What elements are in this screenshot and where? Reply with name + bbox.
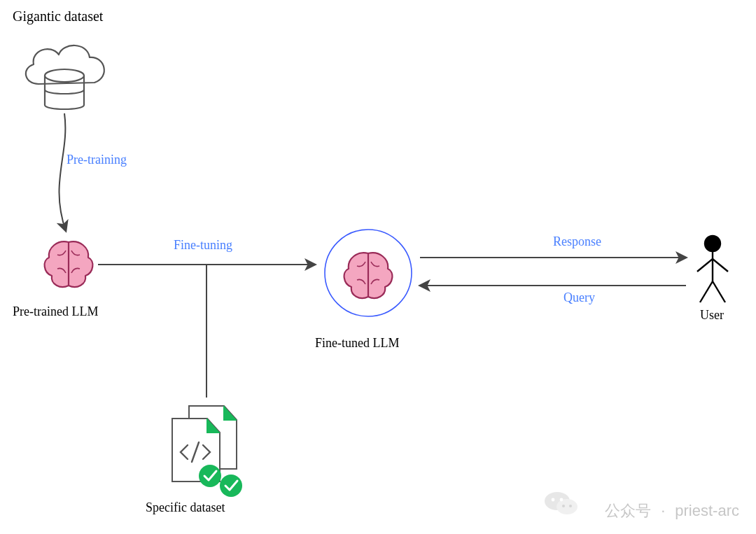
arrow-pretraining	[59, 113, 66, 231]
cloud-database-icon	[26, 45, 104, 109]
diagram-canvas: Gigantic dataset Pre-training Pre-traine…	[0, 0, 756, 534]
svg-line-3	[697, 259, 713, 272]
svg-line-6	[713, 281, 725, 302]
svg-point-1	[705, 236, 720, 251]
watermark: 公众号 · priest-arc	[564, 500, 739, 521]
diagram-svg	[0, 0, 756, 534]
svg-point-13	[560, 498, 564, 502]
svg-point-9	[220, 475, 242, 497]
files-icon-specific-dataset	[172, 406, 242, 497]
brain-icon-pretrained	[45, 241, 93, 287]
watermark-prefix: 公众号	[605, 500, 651, 521]
svg-point-12	[552, 498, 555, 502]
watermark-dot: ·	[661, 502, 665, 520]
svg-line-4	[713, 259, 728, 272]
watermark-name: priest-arc	[675, 502, 739, 520]
brain-icon-finetuned	[344, 253, 393, 298]
svg-line-5	[700, 281, 713, 302]
svg-point-8	[199, 465, 221, 487]
user-icon	[697, 236, 728, 302]
svg-point-0	[45, 69, 84, 82]
